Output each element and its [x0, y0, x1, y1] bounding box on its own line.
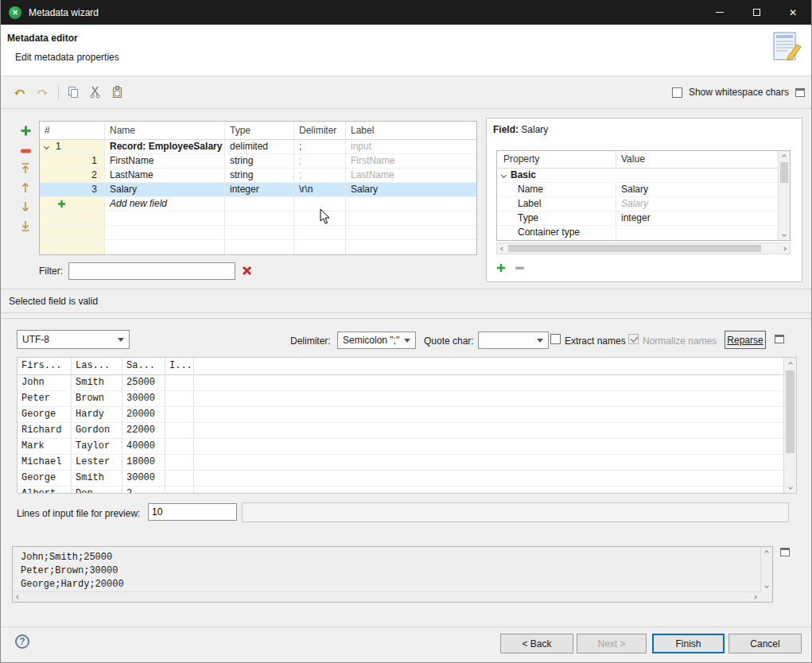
- raw-line: Peter;Brown;30000: [21, 564, 758, 578]
- remove-property-button[interactable]: [515, 263, 525, 275]
- preview-row[interactable]: JohnSmith25000: [17, 375, 783, 391]
- add-property-button[interactable]: [496, 263, 506, 275]
- maximize-button[interactable]: [738, 0, 775, 25]
- property-row-type[interactable]: Type integer: [497, 211, 778, 226]
- show-whitespace-checkbox[interactable]: [672, 87, 682, 98]
- page-subtitle: Edit metadata properties: [15, 52, 119, 63]
- charset-value: UTF-8: [22, 334, 49, 345]
- property-table: Property Value Basic Name Salary Label: [496, 150, 791, 241]
- preview-vertical-scrollbar[interactable]: [783, 358, 796, 493]
- delimiter-label: Delimiter:: [290, 335, 331, 347]
- field-delimiter: ;: [294, 154, 346, 168]
- add-new-field-label: Add new field: [105, 197, 225, 211]
- collapse-record-icon[interactable]: [44, 144, 49, 149]
- field-row-salary-selected[interactable]: 3 Salary integer \r\n Salary: [40, 183, 476, 197]
- reparse-button[interactable]: Reparse: [725, 331, 766, 349]
- field-delimiter: ;: [294, 169, 346, 182]
- toolbar-separator: [58, 85, 59, 99]
- field-label: FirstName: [346, 154, 476, 168]
- preview-row[interactable]: PeterBrown30000: [17, 391, 783, 407]
- preview-row[interactable]: GeorgeHardy20000: [17, 407, 783, 423]
- back-button[interactable]: < Back: [500, 634, 573, 653]
- field-num: 2: [40, 169, 105, 182]
- field-row-lastname[interactable]: 2 LastName string ; LastName: [40, 169, 476, 183]
- extract-names-checkbox[interactable]: [550, 334, 561, 344]
- field-num: 1: [40, 154, 105, 168]
- fields-table-header: # Name Type Delimiter Label: [40, 122, 476, 140]
- raw-vertical-scrollbar[interactable]: [760, 547, 772, 591]
- finish-label: Finish: [675, 638, 701, 649]
- metadata-editor-area: # Name Type Delimiter Label 1 Record: Em…: [1, 109, 811, 289]
- field-panel-title: Field: Salary: [493, 124, 548, 135]
- redo-icon: [35, 86, 49, 99]
- add-new-field-row[interactable]: Add new field: [40, 197, 476, 211]
- status-message: Selected field is valid: [9, 296, 98, 307]
- field-name: FirstName: [105, 154, 225, 168]
- clear-filter-button[interactable]: [241, 265, 254, 277]
- charset-select[interactable]: UTF-8: [17, 330, 130, 349]
- remove-field-button[interactable]: [18, 144, 33, 158]
- copy-button[interactable]: [65, 85, 81, 99]
- collapse-basic-icon[interactable]: [501, 173, 507, 178]
- undo-icon: [13, 86, 27, 99]
- validation-status-bar: Selected field is valid: [1, 289, 811, 313]
- minimize-button[interactable]: [701, 0, 738, 25]
- property-name: Name: [497, 183, 616, 196]
- normalize-names-checkbox: [628, 334, 639, 344]
- scrollbar-thumb[interactable]: [780, 162, 788, 183]
- help-icon: ?: [19, 636, 25, 647]
- toolbar-view-menu-icon[interactable]: [795, 88, 805, 97]
- property-value: integer: [616, 211, 778, 225]
- property-row-container-type[interactable]: Container type: [497, 226, 778, 240]
- property-row-label[interactable]: Label Salary: [497, 197, 778, 211]
- property-horizontal-scrollbar[interactable]: [496, 242, 791, 254]
- preview-row[interactable]: GeorgeSmith30000: [17, 471, 783, 487]
- move-top-button[interactable]: [18, 161, 33, 176]
- lines-of-input-field[interactable]: [148, 503, 237, 521]
- empty-row: [40, 226, 476, 240]
- delimiter-select[interactable]: Semicolon ";": [337, 332, 416, 349]
- raw-preview-box[interactable]: John;Smith;25000 Peter;Brown;30000 Georg…: [12, 546, 773, 603]
- quote-char-label: Quote char:: [424, 335, 474, 347]
- preview-row[interactable]: RichardGordon22000: [17, 423, 783, 439]
- cancel-button[interactable]: Cancel: [728, 634, 802, 653]
- cut-button[interactable]: [87, 85, 103, 99]
- scrollbar-thumb[interactable]: [508, 245, 761, 252]
- raw-horizontal-scrollbar[interactable]: [13, 591, 760, 602]
- move-up-button[interactable]: [18, 180, 33, 195]
- record-label: input: [346, 140, 476, 153]
- preview-view-menu-icon[interactable]: [775, 335, 784, 343]
- move-bottom-button[interactable]: [18, 219, 33, 233]
- redo-button[interactable]: [34, 85, 50, 99]
- next-label: Next >: [597, 638, 625, 649]
- finish-button[interactable]: Finish: [652, 634, 725, 653]
- column-header-name: Name: [105, 122, 225, 139]
- scrollbar-thumb[interactable]: [786, 370, 795, 453]
- undo-button[interactable]: [12, 85, 28, 99]
- move-bottom-icon: [20, 219, 31, 232]
- property-name: Container type: [497, 226, 616, 240]
- maximize-icon: [753, 9, 760, 16]
- preview-row[interactable]: MichaelLester18000: [17, 455, 783, 471]
- property-row-name[interactable]: Name Salary: [497, 183, 778, 197]
- field-row-firstname[interactable]: 1 FirstName string ; FirstName: [40, 154, 476, 169]
- property-group-basic[interactable]: Basic: [497, 169, 778, 183]
- record-type: delimited: [225, 140, 294, 153]
- raw-view-menu-icon[interactable]: [780, 548, 790, 556]
- preview-row-partial[interactable]: AlbertDon2: [17, 487, 783, 494]
- preview-row[interactable]: MarkTaylor40000: [17, 439, 783, 455]
- paste-button[interactable]: [110, 85, 126, 99]
- metadata-wizard-window: ✕ Metadata wizard ✕ Metadata editor Edit…: [0, 0, 812, 663]
- preview-col-salary: Sa...: [122, 358, 165, 374]
- property-table-header: Property Value: [497, 151, 778, 169]
- record-row[interactable]: 1 Record: EmployeeSalary delimited ; inp…: [40, 140, 476, 154]
- filter-input[interactable]: [68, 262, 235, 280]
- move-down-button[interactable]: [18, 200, 33, 214]
- property-vertical-scrollbar[interactable]: [778, 151, 790, 240]
- close-button[interactable]: ✕: [775, 0, 811, 25]
- help-button[interactable]: ?: [15, 634, 29, 649]
- quote-char-select[interactable]: [478, 332, 549, 349]
- add-field-button[interactable]: [18, 123, 33, 138]
- move-up-icon: [20, 181, 31, 194]
- red-x-icon: [241, 265, 253, 277]
